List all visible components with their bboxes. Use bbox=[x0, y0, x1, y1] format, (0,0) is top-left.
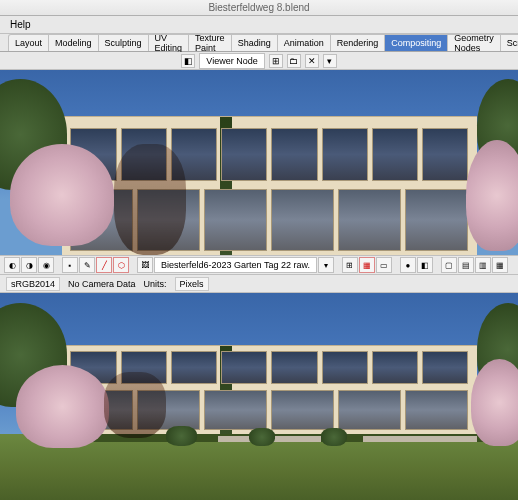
browse-icon[interactable]: ⊞ bbox=[269, 54, 283, 68]
camera-data-label: No Camera Data bbox=[68, 279, 136, 289]
tab-compositing[interactable]: Compositing bbox=[384, 34, 448, 51]
tab-rendering[interactable]: Rendering bbox=[330, 34, 386, 51]
channel-split-icon[interactable]: ◧ bbox=[417, 257, 433, 273]
channel-rgba-icon[interactable]: ● bbox=[400, 257, 416, 273]
node-type-icon[interactable]: ◧ bbox=[181, 54, 195, 68]
scope-vectorscope-icon[interactable]: ◉ bbox=[38, 257, 54, 273]
menu-help[interactable]: Help bbox=[4, 17, 37, 32]
annotate-icon[interactable]: ✎ bbox=[79, 257, 95, 273]
dropdown-icon[interactable]: ▾ bbox=[318, 257, 334, 273]
tab-shading[interactable]: Shading bbox=[231, 34, 278, 51]
tab-scripting[interactable]: Scripting bbox=[500, 34, 518, 51]
tab-sculpting[interactable]: Sculpting bbox=[98, 34, 149, 51]
window-title: Biesterfeldweg 8.blend bbox=[208, 2, 309, 13]
scope-histogram-icon[interactable]: ◐ bbox=[4, 257, 20, 273]
viewport-compositor[interactable] bbox=[0, 70, 518, 255]
display-alpha-icon[interactable]: ▤ bbox=[458, 257, 474, 273]
display-solid-icon[interactable]: ▢ bbox=[441, 257, 457, 273]
render-layer-icon[interactable]: ▦ bbox=[359, 257, 375, 273]
tab-layout[interactable]: Layout bbox=[8, 34, 49, 51]
pass-icon[interactable]: ▭ bbox=[376, 257, 392, 273]
viewer-node-selector[interactable]: Viewer Node bbox=[199, 53, 264, 69]
render-slot-icon[interactable]: ⊞ bbox=[342, 257, 358, 273]
viewport-image-editor[interactable] bbox=[0, 293, 518, 500]
annotate-line-icon[interactable]: ╱ bbox=[96, 257, 112, 273]
tab-texture-paint[interactable]: Texture Paint bbox=[188, 34, 232, 51]
close-icon[interactable]: ✕ bbox=[305, 54, 319, 68]
viewer-header: ◧ Viewer Node ⊞ 🗀 ✕ ▾ bbox=[0, 52, 518, 70]
color-sample-icon[interactable]: ▪ bbox=[62, 257, 78, 273]
units-field[interactable]: Pixels bbox=[175, 277, 209, 291]
image-status-bar: sRGB2014 No Camera Data Units: Pixels bbox=[0, 275, 518, 293]
tab-uv-editing[interactable]: UV Editing bbox=[148, 34, 190, 51]
render-preview-bottom bbox=[0, 293, 518, 500]
display-zdepth-icon[interactable]: ▥ bbox=[475, 257, 491, 273]
tab-animation[interactable]: Animation bbox=[277, 34, 331, 51]
tab-modeling[interactable]: Modeling bbox=[48, 34, 99, 51]
units-label: Units: bbox=[144, 279, 167, 289]
workspace-tabs: Layout Modeling Sculpting UV Editing Tex… bbox=[0, 34, 518, 52]
menu-bar: Help bbox=[0, 16, 518, 34]
display-r-icon[interactable]: ▦ bbox=[492, 257, 508, 273]
image-browse-icon[interactable]: 🖼 bbox=[137, 257, 153, 273]
folder-icon[interactable]: 🗀 bbox=[287, 54, 301, 68]
dropdown-icon[interactable]: ▾ bbox=[323, 54, 337, 68]
color-space-field[interactable]: sRGB2014 bbox=[6, 277, 60, 291]
tab-geometry-nodes[interactable]: Geometry Nodes bbox=[447, 34, 501, 51]
scope-waveform-icon[interactable]: ◑ bbox=[21, 257, 37, 273]
image-filename[interactable]: Biesterfeld6-2023 Garten Tag 22 raw. bbox=[154, 257, 317, 273]
render-preview-top bbox=[0, 70, 518, 255]
annotate-poly-icon[interactable]: ⬡ bbox=[113, 257, 129, 273]
title-bar: Biesterfeldweg 8.blend bbox=[0, 0, 518, 16]
image-editor-toolbar: ◐ ◑ ◉ ▪ ✎ ╱ ⬡ 🖼 Biesterfeld6-2023 Garten… bbox=[0, 255, 518, 275]
